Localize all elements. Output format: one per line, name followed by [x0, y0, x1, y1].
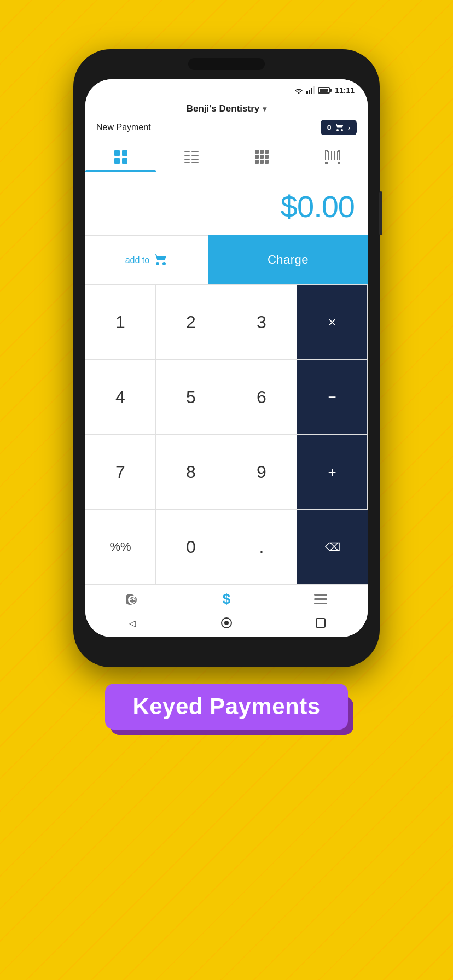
- home-button[interactable]: [220, 616, 233, 629]
- key-backspace[interactable]: ⌫: [297, 510, 368, 585]
- svg-rect-5: [122, 150, 127, 156]
- svg-rect-13: [191, 159, 199, 160]
- cart-icon: [335, 124, 345, 132]
- back-icon: ◁: [129, 618, 136, 628]
- svg-rect-6: [114, 158, 120, 164]
- svg-rect-31: [334, 151, 335, 160]
- key-percent[interactable]: %%: [85, 510, 156, 585]
- tab-grid-small[interactable]: [226, 142, 297, 172]
- svg-rect-18: [265, 150, 269, 154]
- nav-menu[interactable]: [274, 591, 368, 608]
- bottom-nav: $: [85, 585, 368, 612]
- key-4[interactable]: 4: [85, 360, 156, 435]
- home-circle-icon: [220, 617, 233, 629]
- new-payment-label: New Payment: [96, 122, 151, 132]
- dashboard-icon: [126, 593, 139, 605]
- svg-rect-23: [260, 160, 264, 164]
- key-2[interactable]: 2: [156, 285, 226, 360]
- list-icon: [184, 151, 199, 163]
- keyed-payments-banner: Keyed Payments: [105, 684, 347, 730]
- svg-rect-19: [255, 155, 259, 159]
- key-9[interactable]: 9: [226, 435, 297, 510]
- phone-wrapper: 11:11 Benji's Dentistry ▾ New Payment 0 …: [73, 49, 380, 667]
- svg-rect-22: [255, 160, 259, 164]
- svg-rect-25: [325, 151, 326, 160]
- svg-rect-33: [337, 151, 338, 160]
- status-time: 11:11: [335, 86, 355, 95]
- dropdown-arrow-icon: ▾: [263, 104, 266, 113]
- barcode-icon: [325, 150, 340, 164]
- svg-rect-16: [255, 150, 259, 154]
- svg-rect-21: [265, 155, 269, 159]
- recents-button[interactable]: [314, 616, 327, 629]
- svg-rect-10: [184, 155, 190, 156]
- charge-button[interactable]: Charge: [208, 235, 368, 284]
- svg-rect-9: [191, 151, 199, 152]
- svg-rect-8: [184, 151, 190, 152]
- wifi-icon: [294, 86, 304, 94]
- system-nav: ◁: [85, 612, 368, 637]
- svg-rect-39: [314, 603, 327, 604]
- svg-rect-15: [191, 162, 199, 163]
- charge-label: Charge: [268, 253, 309, 266]
- battery-icon: [318, 87, 330, 94]
- status-icons: 11:11: [294, 86, 355, 95]
- header-row: New Payment 0 ›: [96, 120, 357, 135]
- tab-barcode[interactable]: [297, 142, 368, 172]
- svg-rect-7: [122, 158, 127, 164]
- app-header: Benji's Dentistry ▾ New Payment 0 ›: [85, 99, 368, 142]
- recents-icon: [316, 618, 326, 628]
- svg-rect-0: [306, 91, 308, 94]
- key-6[interactable]: 6: [226, 360, 297, 435]
- svg-rect-24: [265, 160, 269, 164]
- svg-rect-11: [191, 155, 199, 156]
- tab-grid-large[interactable]: [85, 142, 156, 172]
- svg-rect-29: [331, 151, 332, 160]
- cart-count: 0: [327, 123, 332, 132]
- phone-screen: 11:11 Benji's Dentistry ▾ New Payment 0 …: [85, 79, 368, 637]
- svg-rect-1: [309, 90, 310, 94]
- signal-icon: [306, 86, 315, 94]
- cart-arrow: ›: [348, 124, 350, 132]
- key-decimal[interactable]: .: [226, 510, 297, 585]
- nav-payment[interactable]: $: [179, 591, 274, 608]
- svg-rect-26: [327, 151, 327, 160]
- svg-rect-12: [184, 159, 190, 160]
- business-name-text: Benji's Dentistry: [187, 103, 259, 114]
- svg-rect-30: [333, 151, 333, 160]
- key-0[interactable]: 0: [156, 510, 226, 585]
- tabs-row: [85, 142, 368, 172]
- key-5[interactable]: 5: [156, 360, 226, 435]
- key-add[interactable]: +: [297, 435, 368, 510]
- key-8[interactable]: 8: [156, 435, 226, 510]
- tab-list[interactable]: [156, 142, 226, 172]
- key-3[interactable]: 3: [226, 285, 297, 360]
- svg-rect-42: [316, 619, 325, 627]
- dollar-icon: $: [223, 591, 230, 608]
- add-to-cart-label: add to: [125, 255, 149, 265]
- svg-rect-37: [314, 594, 327, 596]
- cart-badge[interactable]: 0 ›: [321, 120, 357, 135]
- svg-rect-28: [330, 151, 330, 160]
- svg-rect-20: [260, 155, 264, 159]
- back-button[interactable]: ◁: [126, 616, 139, 629]
- add-to-cart-button[interactable]: add to: [85, 235, 208, 284]
- svg-point-41: [224, 621, 229, 625]
- business-name-row[interactable]: Benji's Dentistry ▾: [96, 103, 357, 114]
- amount-area: $0.00: [85, 172, 368, 235]
- key-subtract[interactable]: −: [297, 360, 368, 435]
- svg-rect-27: [328, 151, 329, 160]
- svg-rect-3: [313, 86, 315, 94]
- grid-small-icon: [255, 150, 269, 164]
- key-7[interactable]: 7: [85, 435, 156, 510]
- svg-rect-2: [311, 88, 312, 94]
- key-1[interactable]: 1: [85, 285, 156, 360]
- key-clear[interactable]: ×: [297, 285, 368, 360]
- menu-icon: [314, 594, 327, 605]
- svg-rect-17: [260, 150, 264, 154]
- numpad: 1 2 3 × 4 5 6 − 7 8 9 + %% 0 . ⌫: [85, 284, 368, 585]
- svg-rect-38: [314, 598, 327, 600]
- nav-dashboard[interactable]: [85, 591, 179, 608]
- cart-blue-icon: [154, 254, 168, 266]
- grid-large-icon: [114, 150, 128, 164]
